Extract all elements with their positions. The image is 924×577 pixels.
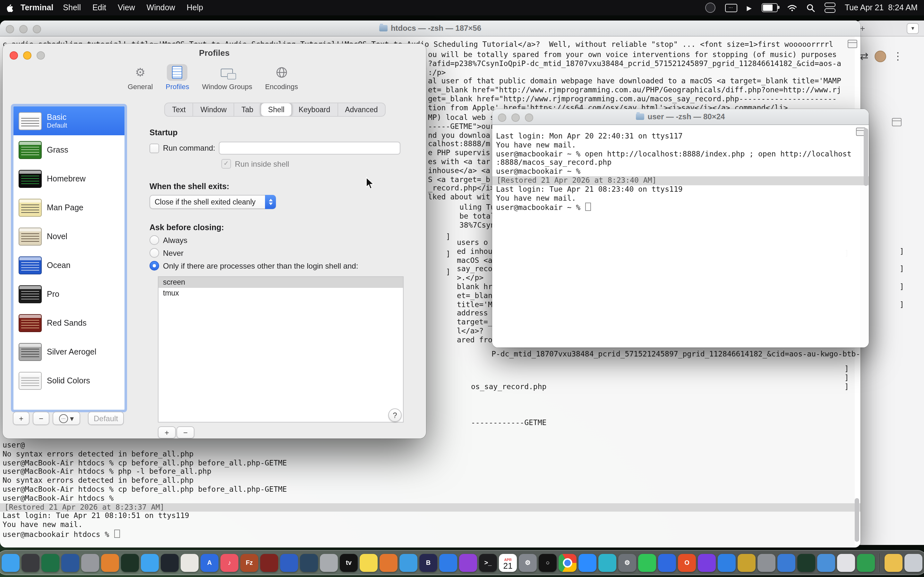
dock-icon-app-green[interactable] (638, 554, 656, 572)
dock-icon-app-blue[interactable] (280, 554, 298, 572)
logi-options-icon[interactable] (705, 3, 716, 13)
kebab-menu-icon[interactable]: ⋮ (893, 50, 903, 62)
dock-icon-app-blue-3[interactable] (658, 554, 676, 572)
dock-icon-app-store[interactable]: A (200, 554, 218, 572)
dock-icon-app-maroon[interactable] (260, 554, 278, 572)
default-button[interactable]: Default (88, 412, 124, 425)
run-command-field[interactable] (219, 142, 401, 155)
close-button[interactable] (498, 113, 506, 121)
play-icon[interactable]: ▶ (747, 1, 752, 14)
dock-icon-app-orange-2[interactable] (380, 554, 397, 572)
dock-icon-trash[interactable] (905, 554, 922, 572)
dock-icon-app-orange[interactable] (101, 554, 119, 572)
dock-icon-safari[interactable] (141, 554, 159, 572)
run-inside-shell-checkbox[interactable]: ✓ (221, 159, 231, 169)
profile-row-pro[interactable]: Pro (13, 279, 124, 308)
profile-row-basic[interactable]: BasicDefault (13, 106, 124, 135)
menu-item-help[interactable]: Help (187, 3, 203, 12)
dock-icon-tv[interactable]: tv (340, 554, 358, 572)
profile-row-silver-aerogel[interactable]: Silver Aerogel (13, 337, 124, 366)
profile-row-novel[interactable]: Novel (13, 222, 124, 251)
dock-icon-app-blue-5[interactable] (777, 554, 795, 572)
apple-menu[interactable] (6, 1, 14, 14)
tab-window[interactable]: Window (194, 103, 234, 116)
tab-shell[interactable]: Shell (260, 103, 292, 117)
swap-icon[interactable]: ⇄ (860, 50, 869, 62)
tab-chevron-button[interactable]: ▾ (907, 23, 919, 34)
profile-row-red-sands[interactable]: Red Sands (13, 308, 124, 337)
toolbar-item-profiles[interactable]: Profiles (166, 64, 189, 90)
profile-row-ocean[interactable]: Ocean (13, 251, 124, 279)
dock-icon-chrome[interactable] (559, 554, 577, 572)
search-icon[interactable] (806, 1, 814, 14)
dock-icon-app-purple[interactable] (698, 554, 716, 572)
dock-icon-filezilla[interactable]: Fz (240, 554, 258, 572)
remove-profile-button[interactable]: − (33, 412, 49, 425)
dock-icon-app-gray[interactable] (81, 554, 99, 572)
dock-icon-system-settings[interactable]: ⚙ (519, 554, 537, 572)
minimize-button[interactable] (19, 25, 27, 33)
close-button[interactable] (6, 25, 14, 33)
dock-icon-textedit[interactable] (181, 554, 199, 572)
help-button[interactable]: ? (388, 408, 402, 422)
vertical-scrollbar[interactable] (855, 498, 859, 542)
dock-icon-app-gold[interactable] (738, 554, 756, 572)
dock-icon-calendar[interactable]: APR21 (499, 554, 517, 572)
toolbar-item-window-groups[interactable]: Window Groups (202, 64, 252, 90)
tab-tab[interactable]: Tab (234, 103, 261, 116)
zoom-button[interactable] (525, 113, 533, 121)
dock-icon-bootstrap[interactable]: B (419, 554, 437, 572)
profile-action-menu[interactable]: ⋯ ▾ (53, 412, 80, 425)
radio-button[interactable] (150, 261, 159, 271)
profile-row-man-page[interactable]: Man Page (13, 193, 124, 222)
process-row-screen[interactable]: screen (158, 277, 403, 288)
tab-advanced[interactable]: Advanced (338, 103, 384, 116)
dock-icon-app-light[interactable] (837, 554, 855, 572)
keyboard-icon[interactable]: ⋯ (725, 3, 737, 12)
run-command-checkbox[interactable] (150, 143, 159, 153)
dock-icon-music[interactable]: ♪ (220, 554, 238, 572)
dock-icon-terminal[interactable]: >_ (479, 554, 497, 572)
process-row-tmux[interactable]: tmux (158, 288, 403, 299)
dock-icon-clock[interactable]: ○ (539, 554, 557, 572)
dock-icon-app-dark-green[interactable] (121, 554, 139, 572)
dock-icon-app-teal[interactable] (598, 554, 616, 572)
dock-icon-word[interactable] (61, 554, 79, 572)
dock-icon-launchpad[interactable] (21, 554, 39, 572)
toolbar-item-encodings[interactable]: Encodings (265, 64, 298, 90)
remove-process-button[interactable]: − (176, 426, 194, 438)
add-profile-button[interactable]: + (13, 412, 29, 425)
menu-bar-clock[interactable]: Tue Apr 21 8:24 AM (845, 3, 918, 12)
tab-keyboard[interactable]: Keyboard (292, 103, 338, 116)
radio-button[interactable] (150, 235, 159, 245)
dock-icon-app-blue-4[interactable] (718, 554, 736, 572)
menu-item-window[interactable]: Window (147, 3, 175, 12)
shell-exits-popup[interactable]: Close if the shell exited cleanly (150, 195, 276, 209)
add-process-button[interactable]: + (158, 426, 176, 438)
menu-item-view[interactable]: View (118, 3, 135, 12)
control-center-icon[interactable] (824, 1, 835, 14)
app-menu-title[interactable]: Terminal (21, 3, 53, 12)
dock-icon-opera[interactable]: O (678, 554, 696, 572)
dock-icon-app-dark-green-2[interactable] (797, 554, 815, 572)
dock-icon-app-blue-6[interactable] (817, 554, 835, 572)
menu-item-edit[interactable]: Edit (92, 3, 106, 12)
profile-row-homebrew[interactable]: Homebrew (13, 164, 124, 193)
dock-icon-app-silver[interactable] (320, 554, 338, 572)
radio-button[interactable] (150, 248, 159, 258)
dock-icon-downloads-folder[interactable] (885, 554, 903, 572)
tab-text[interactable]: Text (165, 103, 193, 116)
minimize-button[interactable] (511, 113, 520, 121)
dock-icon-app-steel[interactable] (300, 554, 318, 572)
dock-icon-app-gear[interactable]: ⚙ (618, 554, 636, 572)
dock-icon-excel[interactable] (41, 554, 59, 572)
zoom-button[interactable] (33, 25, 41, 33)
dock-icon-app-gray-2[interactable] (758, 554, 775, 572)
dock-icon-zoom[interactable] (578, 554, 596, 572)
vertical-scrollbar[interactable] (864, 128, 868, 186)
avatar[interactable] (875, 50, 887, 62)
dock-icon-app-green-2[interactable] (857, 554, 875, 572)
dock-icon-finder[interactable] (2, 554, 19, 572)
dock-icon-app-dark[interactable] (161, 554, 179, 572)
new-tab-button[interactable]: + (860, 23, 865, 33)
